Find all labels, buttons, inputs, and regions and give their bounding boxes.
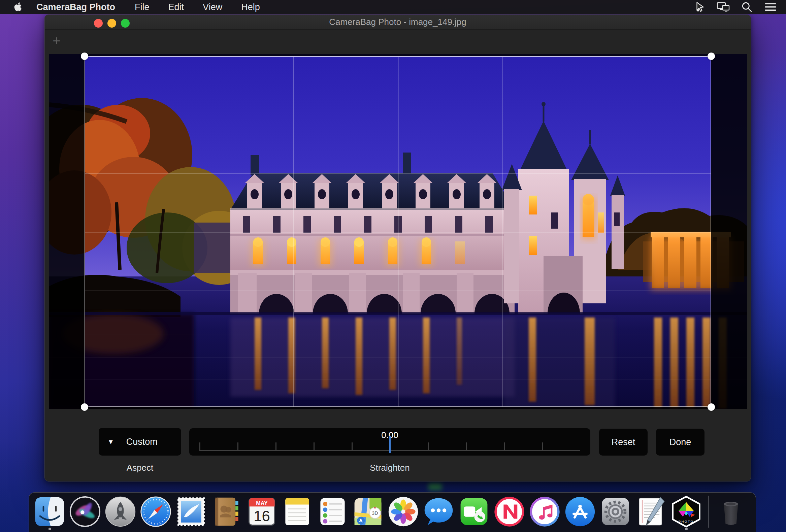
dock-item-facetime[interactable] — [458, 495, 490, 528]
itunes-icon — [529, 495, 561, 528]
dock-item-textedit[interactable] — [635, 495, 667, 528]
dock-item-trash[interactable] — [715, 495, 747, 528]
dock-item-safari[interactable] — [140, 495, 172, 528]
safari-icon — [140, 495, 172, 528]
dock-item-mail[interactable] — [175, 495, 207, 528]
messages-icon — [423, 495, 455, 528]
svg-text:PHOTO: PHOTO — [678, 519, 694, 523]
done-button[interactable]: Done — [656, 429, 704, 456]
crop-box[interactable] — [85, 56, 711, 407]
reminders-icon — [317, 495, 349, 528]
crop-shade-left — [49, 54, 85, 409]
crop-handle-bottom-left[interactable] — [81, 403, 88, 411]
grid-line-vertical-center — [398, 57, 399, 407]
aspect-dropdown[interactable]: ▼ Custom — [99, 428, 181, 456]
trash-icon — [715, 495, 747, 528]
finder-icon — [34, 495, 66, 528]
photos-icon — [387, 495, 419, 528]
svg-text:MAY: MAY — [256, 500, 268, 506]
grid-line-vertical-1 — [293, 57, 294, 407]
menu-bar: CameraBag Photo File Edit View Help — [0, 0, 786, 14]
dock-item-system-preferences[interactable] — [599, 495, 631, 528]
notes-icon — [281, 495, 313, 528]
system-preferences-icon — [599, 495, 631, 528]
dock-item-camerabag-photo[interactable]: PHOTO — [670, 495, 702, 528]
minimize-button[interactable] — [108, 19, 116, 28]
crop-shade-bottom — [85, 407, 711, 409]
dock-item-calendar[interactable]: MAY 16 — [246, 495, 278, 528]
close-button[interactable] — [94, 19, 103, 28]
menu-app-name[interactable]: CameraBag Photo — [26, 2, 125, 13]
maps-icon: 3D — [352, 495, 384, 528]
dock-item-notes[interactable] — [281, 495, 313, 528]
chevron-down-icon: ▼ — [108, 438, 114, 446]
mail-icon — [175, 495, 207, 528]
title-bar[interactable]: CameraBag Photo - image_149.jpg — [45, 15, 750, 30]
app-store-icon — [564, 495, 596, 528]
add-image-button[interactable]: + — [51, 36, 62, 47]
menu-help[interactable]: Help — [232, 0, 270, 14]
window-title: CameraBag Photo - image_149.jpg — [329, 17, 466, 27]
dock-item-reminders[interactable] — [317, 495, 349, 528]
dock-item-photos[interactable] — [387, 495, 419, 528]
crop-handle-top-left[interactable] — [81, 52, 88, 60]
crop-handle-bottom-right[interactable] — [708, 403, 715, 411]
dock-item-maps[interactable]: 3D — [352, 495, 384, 528]
siri-icon — [69, 495, 101, 528]
dock-item-app-store[interactable] — [564, 495, 596, 528]
notification-center-icon[interactable] — [764, 1, 777, 13]
cursor-icon[interactable] — [693, 1, 707, 13]
launchpad-icon — [105, 495, 136, 528]
contacts-icon — [210, 495, 242, 528]
app-window: CameraBag Photo - image_149.jpg + — [44, 15, 751, 482]
displays-icon[interactable] — [717, 1, 730, 13]
grid-line-horizontal-1 — [85, 174, 711, 174]
spotlight-search-icon[interactable] — [740, 1, 754, 13]
calendar-icon: MAY 16 — [246, 495, 278, 528]
svg-text:3D: 3D — [372, 510, 378, 516]
straighten-label: Straighten — [189, 463, 590, 473]
news-icon — [493, 495, 525, 528]
wallpaper-green-streak — [429, 483, 442, 490]
dock-item-launchpad[interactable] — [105, 495, 136, 528]
dock-item-itunes[interactable] — [529, 495, 561, 528]
aspect-label: Aspect — [99, 463, 181, 473]
dock-item-finder[interactable] — [34, 495, 66, 528]
grid-line-vertical-2 — [503, 57, 503, 407]
menu-file[interactable]: File — [125, 0, 159, 14]
zoom-button[interactable] — [121, 19, 130, 28]
reset-button[interactable]: Reset — [599, 429, 648, 456]
crop-handle-top-right[interactable] — [708, 52, 715, 60]
dock-item-contacts[interactable] — [210, 495, 242, 528]
dock: MAY 16 3D — [29, 492, 756, 532]
dock-separator — [708, 495, 709, 528]
grid-line-horizontal-2 — [85, 291, 711, 291]
apple-logo-icon[interactable] — [11, 2, 26, 12]
dock-item-messages[interactable] — [423, 495, 455, 528]
menu-edit[interactable]: Edit — [159, 0, 194, 14]
dock-item-siri[interactable] — [69, 495, 101, 528]
svg-text:16: 16 — [254, 508, 270, 524]
menu-view[interactable]: View — [193, 0, 232, 14]
grid-line-horizontal-center — [85, 232, 711, 233]
dock-item-news[interactable] — [493, 495, 525, 528]
textedit-icon — [635, 495, 667, 528]
photo-canvas[interactable] — [49, 54, 747, 409]
crop-shade-right — [711, 54, 747, 409]
straighten-slider[interactable]: 0.00 — [189, 428, 590, 456]
straighten-indicator[interactable] — [389, 436, 391, 453]
aspect-value: Custom — [126, 437, 158, 447]
facetime-icon — [458, 495, 490, 528]
camerabag-photo-icon: PHOTO — [670, 495, 702, 528]
